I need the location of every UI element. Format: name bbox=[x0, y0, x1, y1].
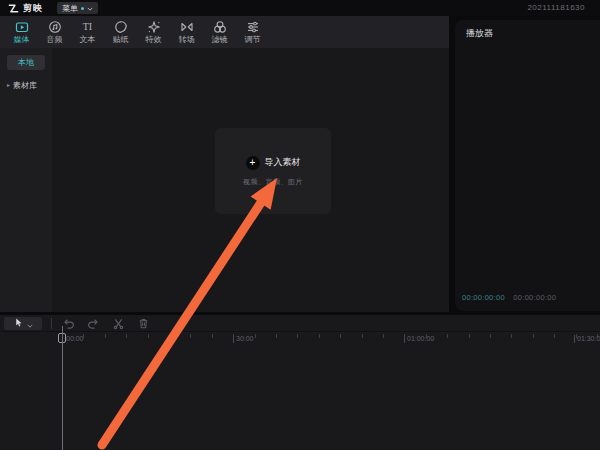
tab-label: 媒体 bbox=[14, 35, 30, 44]
tab-audio[interactable]: 音频 bbox=[38, 16, 71, 48]
audio-icon bbox=[48, 20, 62, 34]
menu-button-label: 菜单 bbox=[62, 3, 78, 14]
timeline-toolbar bbox=[0, 315, 600, 332]
media-body: 本地 ▸ 素材库 + 导入素材 视频、音频、图片 bbox=[0, 48, 449, 312]
jianying-logo-icon bbox=[8, 3, 19, 14]
effects-icon bbox=[147, 20, 161, 34]
undo-button[interactable] bbox=[61, 316, 75, 330]
transition-icon bbox=[180, 20, 194, 34]
cursor-icon bbox=[14, 314, 23, 332]
text-icon: TI bbox=[83, 20, 92, 34]
select-tool-button[interactable] bbox=[4, 317, 42, 330]
timecode-display: 00:00:00:00 00:00:00:00 bbox=[462, 293, 556, 302]
tab-sticker[interactable]: 贴纸 bbox=[104, 16, 137, 48]
titlebar: 剪映 菜单 202111181630 bbox=[0, 0, 600, 16]
adjust-icon bbox=[246, 20, 260, 34]
chevron-down-icon bbox=[27, 314, 33, 332]
ruler-ticks bbox=[62, 334, 600, 338]
notification-dot-icon bbox=[81, 7, 84, 10]
app-name: 剪映 bbox=[23, 2, 43, 15]
current-timecode: 00:00:00:00 bbox=[462, 293, 505, 302]
menu-button[interactable]: 菜单 bbox=[57, 2, 98, 14]
app-logo: 剪映 bbox=[8, 2, 43, 15]
import-dropzone[interactable]: + 导入素材 视频、音频、图片 bbox=[215, 128, 331, 214]
import-hint: 视频、音频、图片 bbox=[243, 177, 303, 187]
import-button[interactable]: + 导入素材 bbox=[246, 156, 301, 170]
ruler-label: 00:00 bbox=[66, 335, 84, 343]
player-title: 播放器 bbox=[466, 27, 493, 40]
ruler-label: 30:00 bbox=[233, 335, 254, 343]
triangle-right-icon: ▸ bbox=[7, 82, 10, 88]
timestamp-watermark: 202111181630 bbox=[527, 3, 585, 12]
media-sidebar: 本地 ▸ 素材库 bbox=[0, 48, 52, 312]
total-timecode: 00:00:00:00 bbox=[513, 293, 556, 302]
tab-transition[interactable]: 转场 bbox=[170, 16, 203, 48]
scissors-icon bbox=[112, 317, 125, 330]
tab-text[interactable]: TI 文本 bbox=[71, 16, 104, 48]
sticker-icon bbox=[114, 20, 128, 34]
ruler-label: 01:00:00 bbox=[404, 335, 434, 343]
split-button[interactable] bbox=[111, 316, 125, 330]
sidebar-item-library[interactable]: ▸ 素材库 bbox=[0, 78, 52, 92]
player-panel: 播放器 00:00:00:00 00:00:00:00 bbox=[455, 20, 600, 311]
tab-adjust[interactable]: 调节 bbox=[236, 16, 269, 48]
toolbar-divider bbox=[51, 318, 52, 329]
redo-button[interactable] bbox=[86, 316, 100, 330]
track-area[interactable] bbox=[0, 346, 600, 450]
filter-icon bbox=[213, 20, 227, 34]
redo-icon bbox=[87, 317, 100, 330]
import-label: 导入素材 bbox=[265, 156, 301, 169]
tab-label: 转场 bbox=[179, 35, 195, 44]
timeline-ruler[interactable]: 00:00 30:00 01:00:00 01:30:00 bbox=[0, 332, 600, 346]
media-content: + 导入素材 视频、音频、图片 bbox=[52, 48, 449, 312]
plus-icon: + bbox=[246, 156, 260, 170]
media-icon bbox=[15, 20, 29, 34]
tab-media[interactable]: 媒体 bbox=[5, 16, 38, 48]
undo-icon bbox=[62, 317, 75, 330]
tab-label: 音频 bbox=[47, 35, 63, 44]
delete-button[interactable] bbox=[136, 316, 150, 330]
trash-icon bbox=[137, 317, 150, 330]
asset-tabbar: 媒体 音频 TI 文本 贴纸 特效 转场 bbox=[0, 16, 449, 48]
tab-label: 滤镜 bbox=[212, 35, 228, 44]
tab-effects[interactable]: 特效 bbox=[137, 16, 170, 48]
chevron-down-icon bbox=[87, 4, 93, 13]
timeline-tool-icons bbox=[61, 316, 150, 330]
ruler-label: 01:30:00 bbox=[574, 335, 600, 343]
timeline-panel: 00:00 30:00 01:00:00 01:30:00 bbox=[0, 315, 600, 450]
sidebar-item-local[interactable]: 本地 bbox=[7, 55, 45, 70]
tab-label: 特效 bbox=[146, 35, 162, 44]
media-panel: 媒体 音频 TI 文本 贴纸 特效 转场 bbox=[0, 16, 449, 312]
tab-label: 文本 bbox=[80, 35, 96, 44]
sidebar-item-label: 素材库 bbox=[13, 80, 37, 91]
tab-label: 调节 bbox=[245, 35, 261, 44]
tab-filter[interactable]: 滤镜 bbox=[203, 16, 236, 48]
tab-label: 贴纸 bbox=[113, 35, 129, 44]
